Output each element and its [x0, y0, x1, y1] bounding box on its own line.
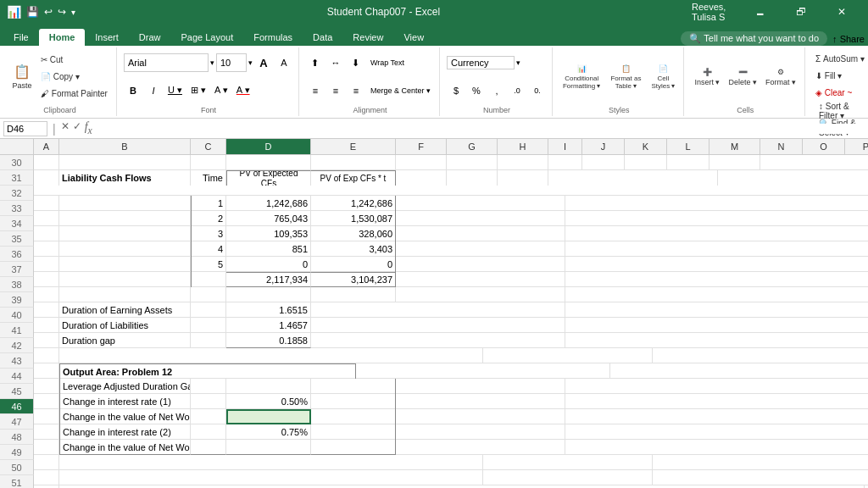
- cell-A35[interactable]: [34, 241, 59, 257]
- cell-C36[interactable]: 5: [191, 257, 226, 272]
- copy-button[interactable]: 📄 Copy ▾: [37, 69, 111, 85]
- row-num-41[interactable]: 41: [0, 323, 34, 338]
- cell-D32[interactable]: 1,242,686: [226, 196, 311, 211]
- cell-B45[interactable]: Change in interest rate (1): [59, 394, 191, 409]
- cell-A36[interactable]: [34, 257, 59, 272]
- cell-E38[interactable]: [311, 287, 396, 302]
- col-header-G[interactable]: G: [447, 139, 498, 154]
- row-num-49[interactable]: 49: [0, 445, 34, 460]
- col-header-O[interactable]: O: [803, 139, 845, 154]
- cell-B39[interactable]: Duration of Earning Assets: [59, 302, 191, 318]
- cell-rest-47[interactable]: [396, 424, 565, 440]
- comma-button[interactable]: ,: [487, 81, 506, 100]
- cell-rest-42[interactable]: [483, 348, 653, 363]
- cell-D31[interactable]: PV of Expected CFs: [226, 170, 311, 186]
- quick-access-dropdown[interactable]: ▾: [71, 8, 75, 17]
- decrease-decimal-button[interactable]: 0.: [528, 81, 547, 100]
- cell-D34[interactable]: 109,353: [226, 226, 311, 241]
- row-num-40[interactable]: 40: [0, 308, 34, 323]
- font-size-dropdown[interactable]: ▾: [248, 58, 253, 67]
- cell-F31[interactable]: [396, 170, 447, 186]
- cell-A37[interactable]: [34, 272, 59, 287]
- row-num-35[interactable]: 35: [0, 231, 34, 247]
- percent-button[interactable]: %: [467, 81, 486, 100]
- tab-view[interactable]: View: [393, 29, 434, 46]
- cell-rest-38[interactable]: [396, 287, 565, 302]
- cell-H30[interactable]: [498, 155, 548, 170]
- font-color-button[interactable]: A ▾: [233, 81, 253, 100]
- cell-B50[interactable]: [59, 470, 483, 485]
- cell-B37[interactable]: [59, 272, 191, 287]
- row-num-34[interactable]: 34: [0, 216, 34, 231]
- cell-E46[interactable]: [311, 409, 396, 424]
- cell-A46[interactable]: [34, 409, 59, 424]
- minimize-button[interactable]: 🗕: [741, 0, 780, 24]
- cell-A50[interactable]: [34, 470, 59, 485]
- cell-J30[interactable]: [582, 155, 625, 170]
- cell-rest-33[interactable]: [396, 211, 565, 226]
- cell-C35[interactable]: 4: [191, 241, 226, 257]
- bold-button[interactable]: B: [124, 81, 142, 100]
- cell-rest-49[interactable]: [483, 455, 653, 470]
- cell-B47[interactable]: Change in interest rate (2): [59, 424, 191, 440]
- cell-B41[interactable]: Duration gap: [59, 333, 191, 348]
- row-num-50[interactable]: 50: [0, 460, 34, 475]
- redo-icon[interactable]: ↪: [58, 6, 66, 18]
- cell-D33[interactable]: 765,043: [226, 211, 311, 226]
- font-family-dropdown[interactable]: ▾: [210, 58, 214, 67]
- cell-styles-button[interactable]: 📄 CellStyles ▾: [648, 55, 678, 99]
- cell-rest-45[interactable]: [396, 394, 565, 409]
- cell-rest-44[interactable]: [396, 379, 565, 394]
- tab-review[interactable]: Review: [342, 29, 393, 46]
- cell-rest-32[interactable]: [396, 196, 565, 211]
- cell-C38[interactable]: [191, 287, 226, 302]
- cell-C47[interactable]: [191, 424, 226, 440]
- align-top-button[interactable]: ⬆: [306, 53, 325, 72]
- cell-D40[interactable]: 1.4657: [226, 318, 311, 333]
- cell-D37[interactable]: 2,117,934: [226, 272, 311, 287]
- row-num-32[interactable]: 32: [0, 186, 34, 201]
- cell-rest-39[interactable]: [311, 302, 565, 318]
- cell-C31-time[interactable]: Time: [191, 170, 226, 186]
- format-button[interactable]: ⚙ Format ▾: [762, 55, 799, 99]
- undo-icon[interactable]: ↩: [44, 6, 53, 18]
- cell-E32[interactable]: 1,242,686: [311, 196, 396, 211]
- cell-B46[interactable]: Change in the value of Net Worth: [59, 409, 191, 424]
- col-header-L[interactable]: L: [667, 139, 709, 154]
- cell-B38[interactable]: [59, 287, 191, 302]
- autosum-button[interactable]: Σ AutoSum ▾: [812, 51, 868, 66]
- align-left-button[interactable]: ≡: [306, 81, 325, 100]
- cell-E48[interactable]: [311, 440, 396, 455]
- cell-A32[interactable]: [34, 196, 59, 211]
- cell-A49[interactable]: [34, 455, 59, 470]
- fill-button[interactable]: ⬇ Fill ▾: [812, 68, 868, 83]
- font-size-input[interactable]: [216, 53, 247, 72]
- number-format-dropdown[interactable]: ▾: [516, 58, 520, 67]
- cell-rest-50[interactable]: [483, 470, 653, 485]
- col-header-C[interactable]: C: [191, 139, 226, 154]
- tab-page-layout[interactable]: Page Layout: [170, 29, 243, 46]
- cell-D44[interactable]: [226, 379, 311, 394]
- cell-A44[interactable]: [34, 379, 59, 394]
- row-num-39[interactable]: 39: [0, 292, 34, 308]
- confirm-formula-icon[interactable]: ✓: [73, 120, 81, 136]
- cell-B49[interactable]: [59, 455, 483, 470]
- cell-rest-30[interactable]: [760, 155, 868, 170]
- col-header-B[interactable]: B: [59, 139, 191, 154]
- cell-B35[interactable]: [59, 241, 191, 257]
- cell-C40[interactable]: [191, 318, 226, 333]
- row-num-33[interactable]: 33: [0, 201, 34, 216]
- cell-C45[interactable]: [191, 394, 226, 409]
- cell-E34[interactable]: 328,060: [311, 226, 396, 241]
- cell-E33[interactable]: 1,530,087: [311, 211, 396, 226]
- cell-C41[interactable]: [191, 333, 226, 348]
- clear-button[interactable]: ◈ Clear ~: [812, 85, 868, 100]
- delete-button[interactable]: ➖ Delete ▾: [725, 55, 760, 99]
- cell-rest-46[interactable]: [396, 409, 565, 424]
- cell-C32[interactable]: 1: [191, 196, 226, 211]
- tab-home[interactable]: Home: [39, 29, 86, 46]
- cell-L30[interactable]: [667, 155, 709, 170]
- cell-E45[interactable]: [311, 394, 396, 409]
- close-button[interactable]: ✕: [822, 0, 861, 24]
- cell-B31[interactable]: Liability Cash Flows: [59, 170, 191, 186]
